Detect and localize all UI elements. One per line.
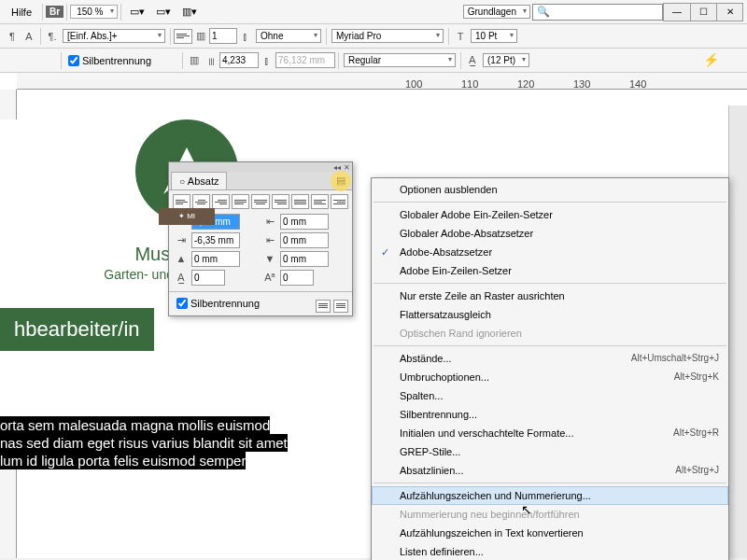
- right-indent-input[interactable]: [280, 214, 329, 230]
- gutter-select[interactable]: Ohne: [256, 29, 321, 43]
- minimize-button[interactable]: —: [664, 4, 690, 21]
- menu-define[interactable]: Listen definieren...: [372, 542, 728, 560]
- align-spine[interactable]: [311, 194, 329, 209]
- menu-spacing[interactable]: Abstände...Alt+Umschalt+Strg+J: [372, 349, 728, 368]
- space-after-input[interactable]: [280, 251, 329, 267]
- panel-hyphenation-check[interactable]: Silbentrennung: [176, 298, 260, 309]
- dropcap-chars-input[interactable]: [280, 270, 314, 286]
- align-left[interactable]: [173, 194, 190, 209]
- list-icon[interactable]: [333, 300, 348, 313]
- panel-drag-bar[interactable]: ◂◂✕: [169, 162, 352, 172]
- justify-left[interactable]: [232, 194, 249, 209]
- control-bar-row2: Silbentrennung ▥ ⫼ ⫿ Regular A̲ (12 Pt): [0, 49, 747, 73]
- align-right[interactable]: [212, 194, 230, 209]
- first-line-icon: ⇥: [173, 231, 190, 248]
- window-controls: — ☐ ✕: [663, 3, 743, 21]
- menu-global-para[interactable]: Globaler Adobe-Absatzsetzer: [372, 224, 728, 243]
- font-family[interactable]: Myriad Pro: [331, 29, 444, 43]
- align-left-icon[interactable]: [174, 29, 192, 44]
- gutter-icon: ⫿: [237, 28, 254, 45]
- menu-adobe-para[interactable]: ✓Adobe-Absatzsetzer: [372, 243, 728, 261]
- panel-tab-absatz[interactable]: ○ Absatz: [171, 172, 227, 189]
- menu-grep[interactable]: GREP-Stile...: [372, 442, 728, 461]
- workspace-switcher[interactable]: Grundlagen: [463, 5, 530, 19]
- bridge-button[interactable]: Br: [46, 6, 63, 18]
- justify-right[interactable]: [272, 194, 289, 209]
- columns-icon[interactable]: ▥: [192, 28, 209, 45]
- ruler-horizontal[interactable]: 100 110 120 130 140: [17, 73, 747, 90]
- justify-all[interactable]: [291, 194, 309, 209]
- menu-optical: Optischen Rand ignorieren: [372, 324, 728, 343]
- last-line-icon: ⇤: [261, 231, 278, 248]
- job-title-bar: hbearbeiter/in: [0, 308, 154, 351]
- view-options-icon[interactable]: ▭▾: [126, 3, 148, 21]
- leading[interactable]: (12 Pt): [483, 53, 529, 67]
- menu-global-single[interactable]: Globaler Adobe Ein-Zeilen-Setzer: [372, 205, 728, 224]
- align-away[interactable]: [331, 194, 348, 209]
- paragraph-panel: ◂◂✕ ○ Absatz ▤ ⇥ ⇤ ⇥ ⇤: [168, 161, 353, 316]
- no-list-icon[interactable]: [316, 300, 331, 313]
- menu-hide-options[interactable]: Optionen ausblenden: [372, 180, 728, 199]
- selected-text[interactable]: orta sem malesuada magna mollis euismod …: [0, 416, 374, 469]
- paragraph-style[interactable]: [Einf. Abs.]+: [63, 29, 165, 43]
- dropcap-lines-input[interactable]: [191, 270, 225, 286]
- columns-input[interactable]: [209, 28, 237, 44]
- char-icon[interactable]: A: [21, 28, 37, 45]
- menu-help[interactable]: Hilfe: [4, 3, 39, 21]
- search-input[interactable]: 🔍: [532, 4, 663, 21]
- font-size[interactable]: 10 Pt: [471, 29, 517, 43]
- para-style-icon: ¶.: [44, 28, 61, 45]
- logo-ribbon: ✦ MI: [159, 208, 215, 225]
- panel-close-icon[interactable]: ✕: [344, 163, 350, 172]
- dropcap-chars-icon: Aª: [261, 269, 278, 286]
- spacing-input[interactable]: [219, 52, 259, 68]
- justify-center[interactable]: [251, 194, 269, 209]
- space-before-icon: ▲: [173, 250, 190, 267]
- space-before-input[interactable]: [191, 251, 240, 267]
- alignment-buttons: [173, 194, 348, 209]
- last-line-input[interactable]: [280, 232, 329, 248]
- panel-menu-button[interactable]: ▤: [333, 175, 348, 188]
- hyphenation-check[interactable]: Silbentrennung: [68, 55, 151, 66]
- menu-columns[interactable]: Spalten...: [372, 386, 728, 405]
- right-indent-icon: ⇤: [261, 213, 278, 230]
- menu-convert[interactable]: Aufzählungszeichen in Text konvertieren: [372, 524, 728, 542]
- menu-bullets[interactable]: Aufzählungszeichen und Nummerierung...: [372, 486, 728, 505]
- menu-grid-first[interactable]: Nur erste Zeile an Raster ausrichten: [372, 287, 728, 305]
- dropcap-lines-icon: A̲: [173, 269, 190, 286]
- menu-balance[interactable]: Flattersatzausgleich: [372, 305, 728, 324]
- leading-icon: A̲: [464, 52, 481, 69]
- zoom-level[interactable]: 150 %: [70, 5, 117, 19]
- close-button[interactable]: ✕: [716, 4, 742, 21]
- arrange-icon[interactable]: ▥▾: [178, 3, 201, 21]
- first-line-input[interactable]: [191, 232, 240, 248]
- width-input[interactable]: [275, 52, 335, 68]
- spacing-icon: ⫼: [203, 52, 219, 69]
- font-size-icon: T: [452, 28, 469, 45]
- menu-nested[interactable]: Initialen und verschachtelte Formate...A…: [372, 424, 728, 442]
- width-icon: ⫿: [259, 52, 275, 69]
- menu-restart: Nummerierung neu beginnen/fortführen: [372, 505, 728, 524]
- font-style[interactable]: Regular: [344, 53, 456, 67]
- menu-rules[interactable]: Absatzlinien...Alt+Strg+J: [372, 461, 728, 480]
- panel-flyout-menu: Optionen ausblenden Globaler Adobe Ein-Z…: [371, 177, 729, 560]
- menu-adobe-single[interactable]: Adobe Ein-Zeilen-Setzer: [372, 261, 728, 280]
- menu-bar: Hilfe Br 150 % ▭▾ ▭▾ ▥▾ Grundlagen 🔍 — ☐…: [0, 0, 747, 24]
- maximize-button[interactable]: ☐: [690, 4, 716, 21]
- col-balance-icon[interactable]: ▥: [186, 52, 203, 69]
- bolt-icon[interactable]: ⚡: [703, 52, 719, 67]
- para-icon[interactable]: ¶: [4, 28, 21, 45]
- menu-hyphen[interactable]: Silbentrennung...: [372, 405, 728, 424]
- workspace: 100 110 120 130 140 ✦ MI Mustermann Gart…: [0, 73, 747, 558]
- control-bar-row1: ¶ A ¶. [Einf. Abs.]+ ▥ ⫿ Ohne Myriad Pro…: [0, 24, 747, 49]
- menu-keep[interactable]: Umbruchoptionen...Alt+Strg+K: [372, 368, 728, 386]
- check-icon: ✓: [381, 246, 389, 259]
- right-dock[interactable]: [728, 105, 747, 558]
- align-center[interactable]: [192, 194, 210, 209]
- space-after-icon: ▼: [261, 250, 278, 267]
- screen-mode-icon[interactable]: ▭▾: [152, 3, 175, 21]
